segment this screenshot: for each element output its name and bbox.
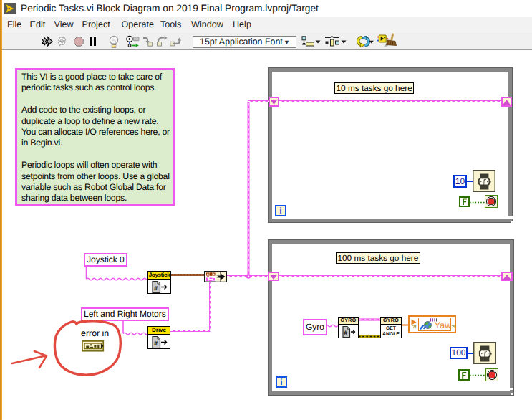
svg-text:#: # [154,285,158,292]
svg-text:#: # [344,329,348,336]
svg-text:Yaw: Yaw [435,320,450,330]
